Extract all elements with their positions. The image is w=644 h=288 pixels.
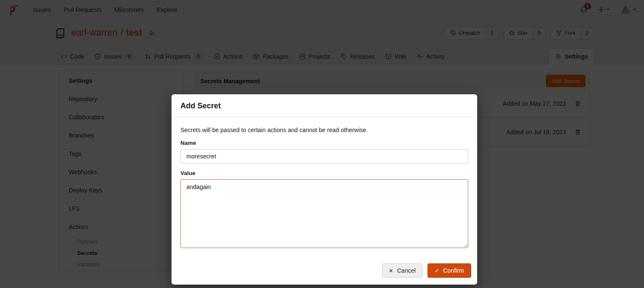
name-field-label: Name <box>180 140 468 146</box>
add-secret-modal: Add Secret Secrets will be passed to cer… <box>172 94 477 285</box>
modal-description: Secrets will be passed to certain action… <box>180 127 468 133</box>
modal-title: Add Secret <box>172 94 477 117</box>
modal-body: Secrets will be passed to certain action… <box>172 117 477 258</box>
forgejo-repo-settings-page: Issues Pull Requests Milestones Explore … <box>0 0 644 288</box>
check-icon: ✓ <box>435 268 439 274</box>
confirm-button[interactable]: ✓ Confirm <box>427 263 471 278</box>
cancel-button-label: Cancel <box>397 267 416 274</box>
cancel-button[interactable]: ✕ Cancel <box>382 263 423 278</box>
x-icon: ✕ <box>389 268 394 274</box>
modal-footer: ✕ Cancel ✓ Confirm <box>172 258 477 285</box>
secret-value-textarea[interactable]: andagain <box>180 179 468 248</box>
confirm-button-label: Confirm <box>443 267 464 274</box>
value-field-label: Value <box>180 170 468 176</box>
secret-name-input[interactable] <box>180 149 468 164</box>
